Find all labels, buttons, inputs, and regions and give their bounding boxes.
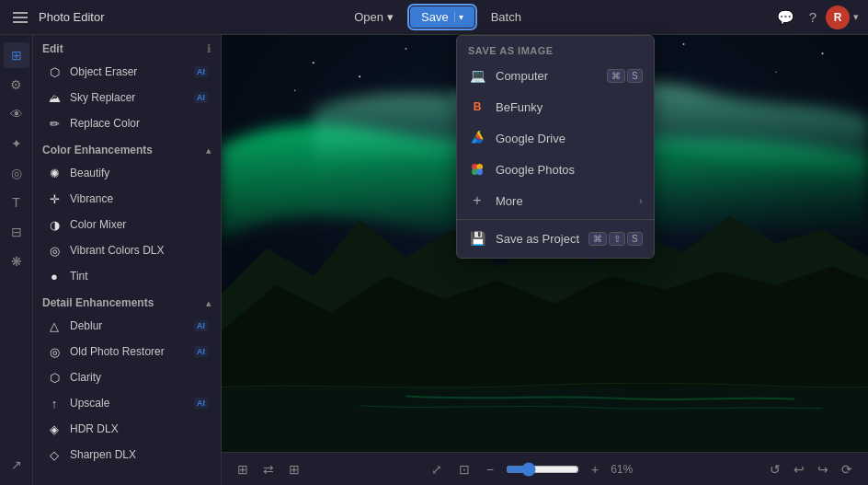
help-icon-button[interactable]: ? bbox=[804, 6, 822, 29]
save-project-label: Save as Project bbox=[496, 232, 579, 246]
zoom-slider[interactable] bbox=[506, 462, 579, 477]
sidebar-item-vibrance[interactable]: ✛ Vibrance bbox=[37, 186, 217, 212]
zoom-in-button[interactable]: + bbox=[587, 459, 603, 479]
menu-icon[interactable] bbox=[9, 8, 31, 27]
google-drive-icon bbox=[468, 129, 486, 147]
redo-button[interactable]: ↪ bbox=[813, 459, 833, 479]
sidebar-item-sky-replacer[interactable]: ⛰ Sky Replacer AI bbox=[37, 85, 217, 110]
color-enhancements-collapse-button[interactable]: ▴ bbox=[206, 144, 211, 156]
sidebar-item-old-photo-restorer[interactable]: ◎ Old Photo Restorer AI bbox=[37, 339, 217, 364]
replace-color-label: Replace Color bbox=[70, 117, 208, 130]
bottom-center-zoom: ⤢ ⊡ − + 61% bbox=[427, 459, 643, 479]
dropdown-item-befunky[interactable]: B BeFunky bbox=[457, 91, 654, 122]
upscale-label: Upscale bbox=[70, 397, 187, 410]
sidebar-item-tint[interactable]: ● Tint bbox=[37, 263, 217, 289]
deblur-icon: △ bbox=[46, 318, 63, 334]
topbar: Photo Editor Open ▾ Save ▾ Batch 💬 ? R ▾ bbox=[0, 0, 868, 35]
dropdown-item-more[interactable]: + More › bbox=[457, 185, 654, 216]
avatar[interactable]: R bbox=[826, 6, 850, 29]
more-icon: + bbox=[468, 191, 486, 210]
rail-text-icon[interactable]: T bbox=[4, 190, 29, 215]
svg-point-4 bbox=[682, 43, 684, 45]
rail-frames-icon[interactable]: ⊟ bbox=[4, 219, 29, 245]
beautify-icon: ✺ bbox=[46, 165, 63, 181]
batch-label: Batch bbox=[491, 10, 521, 24]
save-button[interactable]: Save ▾ bbox=[410, 6, 474, 28]
sky-replacer-icon: ⛰ bbox=[46, 89, 63, 106]
clarity-icon: ⬡ bbox=[46, 369, 63, 386]
bottom-bar: ⊞ ⇄ ⊞ ⤢ ⊡ − + 61% ↺ ↩ ↪ ⟳ bbox=[222, 452, 868, 485]
clarity-label: Clarity bbox=[70, 371, 208, 384]
object-eraser-ai-badge: AI bbox=[194, 66, 208, 77]
save-chevron-icon[interactable]: ▾ bbox=[454, 12, 467, 22]
computer-shortcut: ⌘S bbox=[607, 69, 643, 83]
beautify-label: Beautify bbox=[70, 167, 208, 179]
sharpen-dlx-icon: ◇ bbox=[46, 446, 63, 463]
sidebar-item-beautify[interactable]: ✺ Beautify bbox=[37, 160, 217, 186]
rail-stickers-icon[interactable]: ❋ bbox=[4, 248, 29, 274]
rail-effects-icon[interactable]: ✦ bbox=[4, 131, 29, 156]
google-photos-icon bbox=[468, 160, 486, 179]
batch-button[interactable]: Batch bbox=[482, 6, 531, 28]
svg-point-10 bbox=[359, 75, 360, 77]
dropdown-item-google-drive[interactable]: Google Drive bbox=[457, 122, 654, 154]
sidebar: Edit ℹ ⬡ Object Eraser AI ⛰ Sky Replacer… bbox=[33, 35, 222, 485]
old-photo-restorer-label: Old Photo Restorer bbox=[70, 345, 187, 358]
rail-eye-icon[interactable]: 👁 bbox=[4, 101, 29, 127]
rail-brush-icon[interactable]: ◎ bbox=[4, 160, 29, 186]
tint-label: Tint bbox=[70, 270, 208, 283]
reset-button[interactable]: ⟳ bbox=[837, 459, 857, 479]
sidebar-item-vibrant-colors-dlx[interactable]: ◎ Vibrant Colors DLX bbox=[37, 237, 217, 263]
compare-button[interactable]: ⇄ bbox=[258, 459, 279, 479]
sidebar-item-clarity[interactable]: ⬡ Clarity bbox=[37, 364, 217, 390]
detail-enhancements-collapse-button[interactable]: ▴ bbox=[206, 297, 211, 309]
save-project-icon: 💾 bbox=[468, 229, 486, 248]
sidebar-item-hdr-dlx[interactable]: ◈ HDR DLX bbox=[37, 416, 217, 442]
app-title: Photo Editor bbox=[39, 10, 105, 24]
actual-size-button[interactable]: ⊡ bbox=[454, 459, 474, 479]
rail-export-icon[interactable]: ↗ bbox=[4, 452, 29, 478]
svg-point-2 bbox=[405, 48, 406, 50]
chat-icon-button[interactable]: 💬 bbox=[771, 6, 800, 29]
save-dropdown-menu: Save as Image 💻 Computer ⌘S B BeFunky Go… bbox=[456, 35, 655, 259]
befunky-icon: B bbox=[468, 98, 486, 116]
deblur-label: Deblur bbox=[70, 319, 187, 332]
undo-button[interactable]: ↩ bbox=[789, 459, 809, 479]
tint-icon: ● bbox=[46, 268, 63, 284]
layers-toggle-button[interactable]: ⊞ bbox=[233, 459, 253, 479]
svg-point-7 bbox=[294, 90, 296, 92]
object-eraser-label: Object Eraser bbox=[70, 65, 187, 78]
save-as-image-label: Save as Image bbox=[457, 40, 654, 60]
svg-point-6 bbox=[821, 52, 823, 54]
rail-adjustments-icon[interactable]: ⚙ bbox=[4, 72, 29, 98]
dropdown-item-save-project[interactable]: 💾 Save as Project ⌘⇧S bbox=[457, 223, 654, 254]
open-button[interactable]: Open ▾ bbox=[345, 6, 403, 28]
sidebar-item-color-mixer[interactable]: ◑ Color Mixer bbox=[37, 212, 217, 237]
zoom-out-button[interactable]: − bbox=[482, 459, 498, 479]
dropdown-item-google-photos[interactable]: Google Photos bbox=[457, 154, 654, 185]
account-chevron-icon[interactable]: ▾ bbox=[853, 11, 859, 23]
old-photo-restorer-ai-badge: AI bbox=[194, 346, 208, 357]
grid-button[interactable]: ⊞ bbox=[284, 459, 304, 479]
detail-enhancements-label: Detail Enhancements bbox=[42, 296, 154, 309]
vibrant-colors-dlx-label: Vibrant Colors DLX bbox=[70, 244, 208, 257]
topbar-icons: 💬 ? R ▾ bbox=[771, 6, 859, 29]
sidebar-item-sharpen-dlx[interactable]: ◇ Sharpen DLX bbox=[37, 442, 217, 468]
sidebar-item-object-eraser[interactable]: ⬡ Object Eraser AI bbox=[37, 59, 217, 85]
rail-layers-icon[interactable]: ⊞ bbox=[4, 42, 29, 68]
sidebar-item-deblur[interactable]: △ Deblur AI bbox=[37, 313, 217, 339]
history-button[interactable]: ↺ bbox=[765, 459, 785, 479]
sidebar-item-upscale[interactable]: ↑ Upscale AI bbox=[37, 390, 217, 416]
color-enhancements-header: Color Enhancements ▴ bbox=[33, 136, 221, 160]
sidebar-item-replace-color[interactable]: ✏ Replace Color bbox=[37, 110, 217, 136]
edit-label: Edit bbox=[42, 42, 63, 55]
vibrant-colors-dlx-icon: ◎ bbox=[46, 242, 63, 259]
icon-rail: ⊞ ⚙ 👁 ✦ ◎ T ⊟ ❋ ↗ bbox=[0, 35, 33, 485]
replace-color-icon: ✏ bbox=[46, 115, 63, 132]
fit-screen-button[interactable]: ⤢ bbox=[427, 459, 447, 479]
dropdown-item-computer[interactable]: 💻 Computer ⌘S bbox=[457, 60, 654, 91]
object-eraser-icon: ⬡ bbox=[46, 64, 63, 80]
upscale-icon: ↑ bbox=[46, 395, 63, 411]
edit-info-button[interactable]: ℹ bbox=[207, 42, 211, 55]
open-label: Open bbox=[354, 10, 383, 24]
